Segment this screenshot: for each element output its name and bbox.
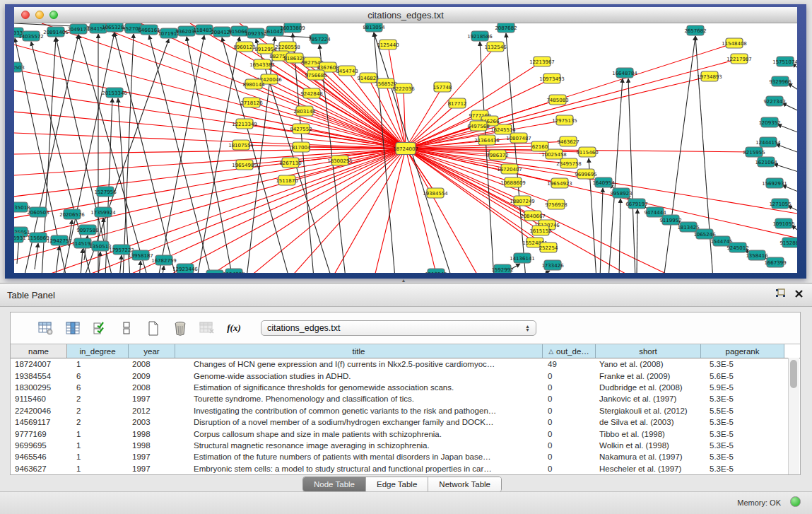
graph-edge[interactable] <box>406 43 734 148</box>
table-cell[interactable]: 2 <box>67 395 129 403</box>
table-settings-icon[interactable] <box>37 320 54 336</box>
tab-network-table[interactable]: Network Table <box>428 477 501 491</box>
graph-edge[interactable] <box>81 249 83 273</box>
table-cell[interactable]: 1997 <box>129 395 175 403</box>
show-column-icon[interactable] <box>64 320 81 336</box>
graph-edge[interactable] <box>664 36 695 273</box>
table-row[interactable]: 969969511998Structural magnetic resonanc… <box>11 440 800 451</box>
network-canvas[interactable]: 1872400789601238912954222605588827508165… <box>14 23 797 273</box>
table-cell[interactable]: 1 <box>67 430 129 438</box>
table-cell[interactable]: 1 <box>67 441 129 450</box>
table-cell[interactable]: 5.9E-5 <box>701 383 784 392</box>
table-cell[interactable]: Dudbridge et al. (2008) <box>596 383 701 392</box>
table-cell[interactable]: 5.3E-5 <box>701 452 784 461</box>
table-cell[interactable]: 6 <box>67 372 129 380</box>
new-table-icon[interactable] <box>145 320 162 336</box>
delete-table-icon[interactable] <box>172 320 189 336</box>
table-cell[interactable]: Franke et al. (2009) <box>596 372 701 380</box>
table-cell[interactable]: 0 <box>543 418 596 426</box>
table-cell[interactable]: 2 <box>67 418 129 426</box>
table-cell[interactable]: 1998 <box>129 430 175 438</box>
graph-edge[interactable] <box>788 83 797 94</box>
graph-edge[interactable] <box>777 124 797 135</box>
table-cell[interactable]: 0 <box>543 452 596 461</box>
column-header-title[interactable]: title <box>175 344 543 358</box>
column-header-pagerank[interactable]: pagerank <box>701 344 784 358</box>
table-cell[interactable]: 5.3E-5 <box>701 395 784 403</box>
memory-status-icon[interactable] <box>790 496 801 507</box>
table-cell[interactable]: Yano et al. (2008) <box>596 360 701 368</box>
graph-edge[interactable] <box>187 37 233 273</box>
table-cell[interactable]: 1997 <box>129 465 175 473</box>
graph-edge[interactable] <box>406 87 442 148</box>
table-cell[interactable]: 0 <box>543 383 596 392</box>
table-cell[interactable]: Changes of HCN gene expression and I(f) … <box>175 360 543 368</box>
table-cell[interactable]: 2012 <box>129 407 175 415</box>
table-cell[interactable]: 5.3E-5 <box>701 441 784 450</box>
table-cell[interactable]: de Silva et al. (2003) <box>596 418 701 426</box>
table-cell[interactable]: 1 <box>67 452 129 461</box>
table-row[interactable]: 1456911722003Disruption of a novel membe… <box>11 416 800 428</box>
graph-edge[interactable] <box>14 112 406 148</box>
graph-edge[interactable] <box>293 33 314 273</box>
table-cell[interactable]: 9777169 <box>11 430 67 438</box>
table-cell[interactable]: 49 <box>543 360 596 368</box>
table-select-dropdown[interactable]: citations_edges.txt ▲▼ <box>261 320 536 336</box>
graph-edge[interactable] <box>162 266 164 273</box>
table-cell[interactable]: 9699695 <box>11 441 67 450</box>
table-cell[interactable]: Tourette syndrome. Phenomenology and cla… <box>175 395 543 403</box>
table-cell[interactable]: 19384554 <box>11 372 67 380</box>
table-cell[interactable]: Tibbo et al. (1998) <box>596 430 701 438</box>
table-cell[interactable]: 2008 <box>129 383 175 392</box>
table-cell[interactable]: Genome-wide association studies in ADHD. <box>175 372 543 380</box>
table-cell[interactable]: 2009 <box>129 372 175 380</box>
table-cell[interactable]: 0 <box>543 395 596 403</box>
table-row[interactable]: 946362711997Embryonic stem cells: a mode… <box>11 463 800 474</box>
graph-edge[interactable] <box>637 209 637 273</box>
column-header-year[interactable]: year <box>129 344 175 358</box>
graph-edge[interactable] <box>14 133 406 148</box>
graph-edge[interactable] <box>119 255 122 273</box>
window-titlebar[interactable]: citations_edges.txt <box>14 7 797 23</box>
table-cell[interactable]: 1 <box>67 465 129 473</box>
table-cell[interactable]: 9463627 <box>11 465 67 473</box>
table-cell[interactable]: Estimation of significance thresholds fo… <box>175 383 543 392</box>
graph-edge[interactable] <box>619 199 620 273</box>
table-row[interactable]: 1872400712008Changes of HCN gene express… <box>11 358 800 370</box>
graph-edge[interactable] <box>782 185 797 194</box>
table-cell[interactable]: 5.3E-5 <box>701 360 784 368</box>
table-cell[interactable]: 18724007 <box>11 360 67 368</box>
select-columns-icon[interactable] <box>91 320 108 336</box>
graph-edge[interactable] <box>14 148 406 154</box>
column-header-short[interactable]: short <box>596 344 701 358</box>
table-cell[interactable]: 0 <box>543 430 596 438</box>
column-header-out_de[interactable]: △out_de… <box>543 344 596 358</box>
table-cell[interactable]: Investigating the contribution of common… <box>175 407 543 415</box>
table-cell[interactable]: Disruption of a novel member of a sodium… <box>175 418 543 426</box>
table-cell[interactable]: 5.3E-5 <box>701 418 784 426</box>
table-row[interactable]: 946554611997Estimation of the future num… <box>11 451 800 462</box>
table-cell[interactable]: 0 <box>543 372 596 380</box>
graph-edge[interactable] <box>119 148 406 273</box>
table-cell[interactable]: Embryonic stem cells: a model to study s… <box>175 465 543 473</box>
graph-edge[interactable] <box>35 243 38 269</box>
close-panel-icon[interactable] <box>794 288 804 301</box>
scrollbar-thumb[interactable] <box>790 360 797 388</box>
column-header-in_degree[interactable]: in_degree <box>67 344 129 358</box>
table-cell[interactable]: 9465546 <box>11 452 67 461</box>
graph-edge[interactable] <box>222 37 289 273</box>
table-cell[interactable]: 9115460 <box>11 395 67 403</box>
table-cell[interactable]: 5.5E-5 <box>701 407 784 415</box>
table-cell[interactable]: 5.3E-5 <box>701 465 784 473</box>
table-cell[interactable]: Corpus callosum shape and size in male p… <box>175 430 543 438</box>
graph-edge[interactable] <box>197 37 240 273</box>
table-cell[interactable]: Hescheler et al. (1997) <box>596 465 701 473</box>
table-cell[interactable]: 6 <box>67 383 129 392</box>
table-cell[interactable]: 18300295 <box>11 383 67 392</box>
table-cell[interactable]: 2008 <box>129 360 175 368</box>
table-vertical-scrollbar[interactable] <box>788 358 799 474</box>
graph-edge[interactable] <box>139 261 141 273</box>
table-cell[interactable]: 22420046 <box>11 407 67 415</box>
table-cell[interactable]: Structural magnetic resonance image aver… <box>175 441 543 450</box>
table-row[interactable]: 911546021997Tourette syndrome. Phenomeno… <box>11 393 800 404</box>
